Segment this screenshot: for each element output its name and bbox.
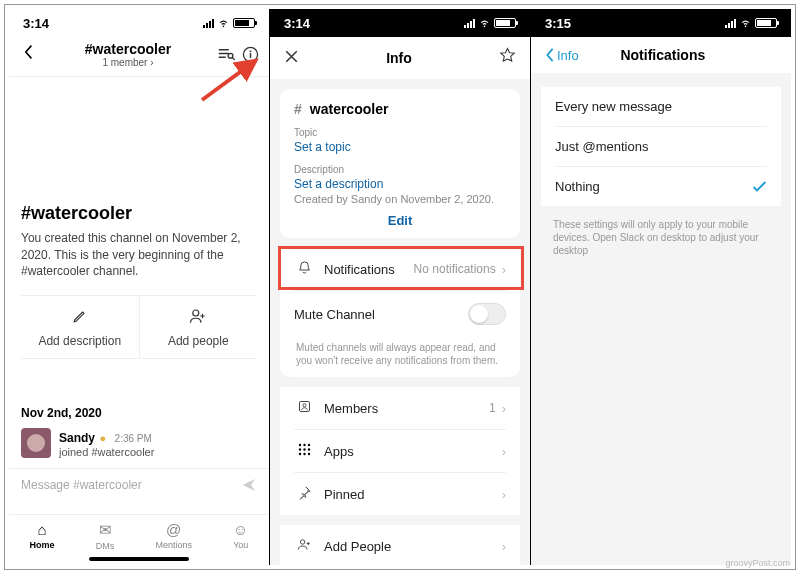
status-bar: 3:14: [9, 9, 269, 37]
set-topic-link[interactable]: Set a topic: [294, 140, 506, 154]
tab-you[interactable]: ☺You: [233, 521, 248, 551]
add-people-button[interactable]: Add people: [139, 296, 258, 358]
star-button[interactable]: [499, 47, 516, 69]
status-bar: 3:15: [531, 9, 791, 37]
add-description-button[interactable]: Add description: [21, 296, 139, 358]
message-row: Sandy ● 2:36 PM joined #watercooler: [9, 428, 269, 468]
svg-point-16: [307, 453, 309, 455]
chevron-right-icon: ›: [502, 262, 506, 277]
members-icon: [294, 399, 314, 417]
status-bar: 3:14: [270, 9, 530, 37]
mute-row: Mute Channel: [280, 291, 520, 337]
svg-point-12: [303, 448, 305, 450]
chevron-left-icon: [23, 44, 35, 60]
watermark: groovyPost.com: [725, 558, 790, 568]
page-title: Notifications: [549, 47, 777, 63]
presence-icon: ●: [99, 432, 106, 444]
wifi-icon: [478, 18, 491, 28]
channel-title: #watercooler: [39, 41, 217, 57]
svg-point-10: [307, 444, 309, 446]
options-card: Every new message Just @mentions Nothing: [541, 87, 781, 206]
back-button[interactable]: [19, 44, 39, 65]
date-divider: Nov 2nd, 2020: [21, 406, 269, 420]
add-person-icon: [294, 537, 314, 555]
svg-point-8: [298, 444, 300, 446]
mentions-icon: @: [155, 521, 192, 538]
star-icon: [499, 47, 516, 64]
svg-rect-3: [249, 53, 250, 58]
mute-note: Muted channels will always appear read, …: [280, 337, 520, 377]
send-icon: [241, 477, 257, 493]
apps-row[interactable]: Apps ›: [280, 430, 520, 472]
svg-point-2: [249, 50, 251, 52]
wifi-icon: [217, 18, 230, 28]
message-input[interactable]: Message #watercooler: [9, 468, 269, 501]
chevron-right-icon: ›: [502, 539, 506, 554]
screen-channel: 3:14 #watercooler 1 member ›: [9, 9, 269, 565]
add-person-icon: [140, 308, 258, 328]
settings-note: These settings will only apply to your m…: [531, 216, 791, 259]
lists-card: Members 1 › Apps › Pinned ›: [280, 387, 520, 515]
home-indicator: [89, 557, 189, 561]
tab-dms[interactable]: ✉DMs: [96, 521, 115, 551]
screen-info: 3:14 Info #watercooler Topic Set a topic…: [269, 9, 530, 565]
option-nothing[interactable]: Nothing: [541, 167, 781, 206]
chevron-right-icon: ›: [502, 444, 506, 459]
status-time: 3:14: [23, 16, 49, 31]
message-text: joined #watercooler: [59, 446, 154, 458]
info-icon: [242, 46, 259, 63]
filter-search-icon: [217, 46, 235, 64]
screen-notifications: 3:15 Info Notifications Every new messag…: [530, 9, 791, 565]
svg-point-7: [302, 404, 305, 407]
notifications-row[interactable]: Notifications No notifications ›: [280, 248, 520, 290]
edit-button[interactable]: Edit: [294, 205, 506, 230]
pin-icon: [294, 485, 314, 503]
add-people-row[interactable]: Add People ›: [280, 525, 520, 565]
topic-label: Topic: [294, 127, 506, 138]
wifi-icon: [739, 18, 752, 28]
settings-card: Notifications No notifications › Mute Ch…: [280, 248, 520, 377]
message-author[interactable]: Sandy: [59, 431, 95, 445]
message-time: 2:36 PM: [115, 433, 152, 444]
description-label: Description: [294, 164, 506, 175]
chevron-right-icon: ›: [502, 401, 506, 416]
pinned-row[interactable]: Pinned ›: [280, 473, 520, 515]
home-icon: ⌂: [30, 521, 55, 538]
channel-details-card: #watercooler Topic Set a topic Descripti…: [280, 89, 520, 238]
channel-header: #watercooler 1 member ›: [9, 37, 269, 77]
channel-name: #watercooler: [294, 101, 506, 117]
set-description-link[interactable]: Set a description: [294, 177, 506, 191]
option-mentions[interactable]: Just @mentions: [541, 127, 781, 166]
svg-point-15: [303, 453, 305, 455]
tab-mentions[interactable]: @Mentions: [155, 521, 192, 551]
avatar[interactable]: [21, 428, 51, 458]
member-count[interactable]: 1 member ›: [39, 57, 217, 68]
channel-heading: #watercooler: [21, 203, 257, 224]
info-header: Info: [270, 37, 530, 79]
dms-icon: ✉: [96, 521, 115, 539]
svg-point-17: [300, 540, 304, 544]
status-time: 3:14: [284, 16, 310, 31]
checkmark-icon: [752, 181, 767, 193]
filter-search-button[interactable]: [217, 46, 235, 64]
more-card: Add People › ⚙ Additional Options ›: [280, 525, 520, 565]
option-every-message[interactable]: Every new message: [541, 87, 781, 126]
svg-point-5: [193, 310, 199, 316]
chevron-right-icon: ›: [502, 487, 506, 502]
status-indicators: [203, 18, 255, 28]
page-title: Info: [386, 50, 412, 66]
close-button[interactable]: [284, 48, 299, 69]
svg-point-9: [303, 444, 305, 446]
apps-icon: [294, 442, 314, 460]
svg-point-11: [298, 448, 300, 450]
notifications-header: Info Notifications: [531, 37, 791, 73]
mute-toggle[interactable]: [468, 303, 506, 325]
members-row[interactable]: Members 1 ›: [280, 387, 520, 429]
svg-point-13: [307, 448, 309, 450]
info-button[interactable]: [241, 46, 259, 64]
tab-home[interactable]: ⌂Home: [30, 521, 55, 551]
svg-point-14: [298, 453, 300, 455]
status-time: 3:15: [545, 16, 571, 31]
close-icon: [284, 49, 299, 64]
created-by-text: Created by Sandy on November 2, 2020.: [294, 193, 506, 205]
